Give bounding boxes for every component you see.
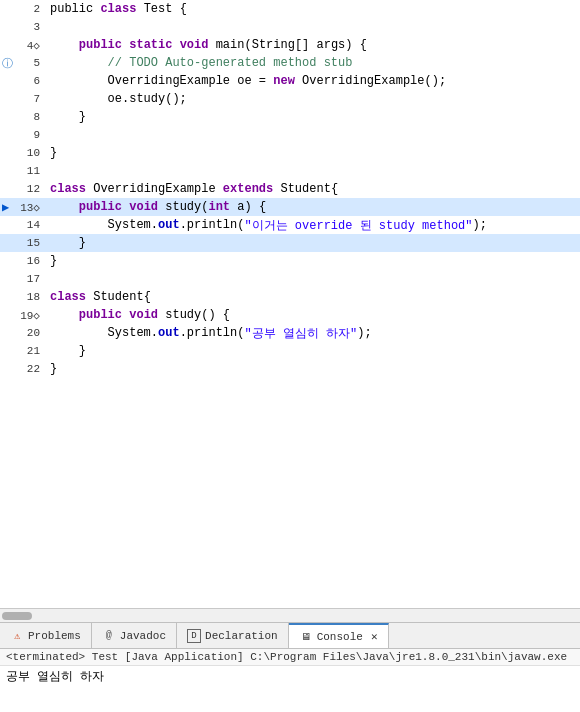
tab-console-label: Console bbox=[317, 631, 363, 643]
code-line: } bbox=[46, 342, 580, 360]
line-number: 9 bbox=[0, 126, 46, 144]
line-number: 21 bbox=[0, 342, 46, 360]
code-line: } bbox=[46, 252, 580, 270]
tab-problems[interactable]: ⚠ Problems bbox=[0, 623, 92, 648]
code-container[interactable]: 2 3 4◇ ⓘ 5 6 7 8 9 10 11 12 bbox=[0, 0, 580, 608]
line-number: 19◇ bbox=[0, 306, 46, 324]
tab-declaration[interactable]: D Declaration bbox=[177, 623, 289, 648]
code-line: class Student{ bbox=[46, 288, 580, 306]
code-line bbox=[46, 162, 580, 180]
line-number: 16 bbox=[0, 252, 46, 270]
code-line bbox=[46, 414, 580, 432]
line-number: 10 bbox=[0, 144, 46, 162]
line-number bbox=[0, 486, 46, 504]
console-output: 공부 열심히 하자 bbox=[0, 666, 580, 687]
code-line bbox=[46, 432, 580, 450]
line-number: 12 bbox=[0, 180, 46, 198]
tab-javadoc[interactable]: @ Javadoc bbox=[92, 623, 177, 648]
code-line bbox=[46, 486, 580, 504]
horizontal-scrollbar[interactable] bbox=[0, 608, 580, 622]
line-number: 4◇ bbox=[0, 36, 46, 54]
bottom-tab-bar: ⚠ Problems @ Javadoc D Declaration 🖥 Con… bbox=[0, 622, 580, 648]
line-number: 17 bbox=[0, 270, 46, 288]
line-number: 7 bbox=[0, 90, 46, 108]
code-line: oe.study(); bbox=[46, 90, 580, 108]
declaration-icon: D bbox=[187, 629, 201, 643]
tab-declaration-label: Declaration bbox=[205, 630, 278, 642]
line-number: 14 bbox=[0, 216, 46, 234]
console-icon: 🖥 bbox=[299, 630, 313, 644]
line-number bbox=[0, 414, 46, 432]
scroll-thumb[interactable] bbox=[2, 612, 32, 620]
code-line bbox=[46, 396, 580, 414]
breakpoint-marker: ▶ bbox=[2, 200, 9, 215]
line-number: ⓘ 5 bbox=[0, 54, 46, 72]
code-line: OverridingExample oe = new OverridingExa… bbox=[46, 72, 580, 90]
code-line: public class Test { bbox=[46, 0, 580, 18]
line-number: 15 bbox=[0, 234, 46, 252]
editor-area: 2 3 4◇ ⓘ 5 6 7 8 9 10 11 12 bbox=[0, 0, 580, 622]
tab-javadoc-label: Javadoc bbox=[120, 630, 166, 642]
code-line bbox=[46, 126, 580, 144]
code-line: class OverridingExample extends Student{ bbox=[46, 180, 580, 198]
code-line bbox=[46, 378, 580, 396]
line-number: 8 bbox=[0, 108, 46, 126]
line-number: 2 bbox=[0, 0, 46, 18]
line-number: ▶ 13◇ bbox=[0, 198, 46, 216]
code-line: public void study(int a) { bbox=[46, 198, 580, 216]
warning-marker: ⓘ bbox=[2, 56, 13, 71]
line-numbers-column: 2 3 4◇ ⓘ 5 6 7 8 9 10 11 12 bbox=[0, 0, 46, 608]
problems-icon: ⚠ bbox=[10, 629, 24, 643]
code-line bbox=[46, 270, 580, 288]
line-number: 6 bbox=[0, 72, 46, 90]
code-line: System.out.println("이거는 override 된 study… bbox=[46, 216, 580, 234]
line-number bbox=[0, 432, 46, 450]
line-number: 3 bbox=[0, 18, 46, 36]
tab-problems-label: Problems bbox=[28, 630, 81, 642]
tab-console[interactable]: 🖥 Console ✕ bbox=[289, 623, 389, 648]
code-line bbox=[46, 468, 580, 486]
line-number bbox=[0, 378, 46, 396]
code-line: // TODO Auto-generated method stub bbox=[46, 54, 580, 72]
line-number: 20 bbox=[0, 324, 46, 342]
console-close-icon[interactable]: ✕ bbox=[371, 630, 378, 643]
code-line: } bbox=[46, 108, 580, 126]
code-line: System.out.println("공부 열심히 하자"); bbox=[46, 324, 580, 342]
console-panel: <terminated> Test [Java Application] C:\… bbox=[0, 648, 580, 712]
line-number bbox=[0, 468, 46, 486]
code-line: } bbox=[46, 360, 580, 378]
line-number: 11 bbox=[0, 162, 46, 180]
code-line: public void study() { bbox=[46, 306, 580, 324]
code-line bbox=[46, 450, 580, 468]
console-header: <terminated> Test [Java Application] C:\… bbox=[0, 649, 580, 666]
code-line: } bbox=[46, 144, 580, 162]
line-number bbox=[0, 450, 46, 468]
code-lines-column: public class Test { public static void m… bbox=[46, 0, 580, 608]
code-line: public static void main(String[] args) { bbox=[46, 36, 580, 54]
code-line: } bbox=[46, 234, 580, 252]
line-number: 22 bbox=[0, 360, 46, 378]
line-number bbox=[0, 396, 46, 414]
code-line bbox=[46, 18, 580, 36]
javadoc-icon: @ bbox=[102, 629, 116, 643]
line-number: 18 bbox=[0, 288, 46, 306]
